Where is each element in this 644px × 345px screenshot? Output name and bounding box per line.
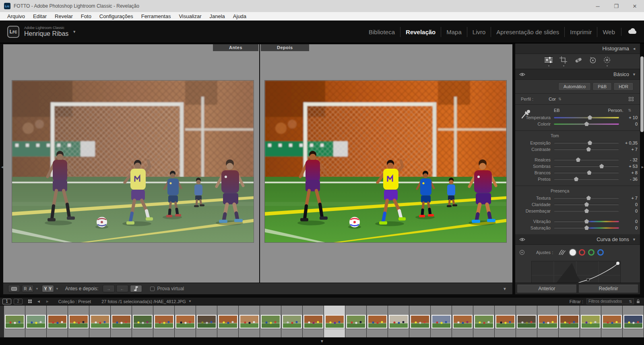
tone-curve-panel-header[interactable]: Curva de tons ▼ <box>515 234 640 245</box>
targeted-adjustment-icon[interactable] <box>519 250 525 255</box>
menu-revelar[interactable]: Revelar <box>51 13 77 19</box>
basic-adjust-tool[interactable] <box>544 56 553 66</box>
filmstrip-thumb-23[interactable] <box>473 306 494 337</box>
loupe-view-button[interactable] <box>8 285 20 292</box>
masking-tool[interactable] <box>603 56 611 66</box>
menu-ferramentas[interactable]: Ferramentas <box>137 13 175 19</box>
menu-editar[interactable]: Editar <box>29 13 51 19</box>
slider-track[interactable] <box>554 159 619 161</box>
filmstrip-thumb-13[interactable] <box>260 306 281 337</box>
profile-updown-icon[interactable]: ⇅ <box>558 97 561 101</box>
white-balance-dropper-icon[interactable] <box>521 109 531 121</box>
tone-curve-graph[interactable] <box>531 261 621 283</box>
menu-foto[interactable]: Foto <box>77 13 95 19</box>
filmstrip-thumb-25[interactable] <box>516 306 537 337</box>
second-window-button[interactable]: 2 <box>14 299 23 304</box>
green-channel-button[interactable] <box>588 249 594 256</box>
slider-value[interactable]: + 53 <box>619 164 640 169</box>
filmstrip-thumb-12[interactable] <box>239 306 260 337</box>
after-photo[interactable] <box>265 81 506 242</box>
filter-dropdown[interactable]: Filtros desativados ⇅ <box>586 298 634 304</box>
slider-track[interactable] <box>554 197 619 199</box>
module-apresentacao-de-slides[interactable]: Apresentação de slides <box>491 27 564 37</box>
slider-knob[interactable] <box>574 177 578 181</box>
virtual-copy-checkbox[interactable] <box>150 287 155 291</box>
filmstrip-thumb-4[interactable] <box>68 306 89 337</box>
slider-value[interactable]: + 7 <box>619 196 640 200</box>
slider-knob[interactable] <box>584 202 589 207</box>
filmstrip-thumb-20[interactable] <box>409 306 430 337</box>
before-photo[interactable] <box>12 81 254 242</box>
before-after-view-button[interactable]: YY <box>42 285 54 292</box>
filmstrip-thumb-28[interactable] <box>580 306 601 337</box>
hdr-button[interactable]: HDR <box>613 83 634 91</box>
slider-value[interactable]: 0 <box>619 219 640 224</box>
menu-janela[interactable]: Janela <box>206 13 229 19</box>
filmstrip-thumb-17[interactable] <box>345 306 366 337</box>
profile-browser-icon[interactable] <box>629 97 634 101</box>
module-biblioteca[interactable]: Biblioteca <box>363 27 400 37</box>
reset-button[interactable]: Redefinir <box>578 284 638 293</box>
close-button[interactable]: ✕ <box>625 0 644 12</box>
menu-configuracoes[interactable]: Configurações <box>95 13 137 19</box>
slider-track[interactable] <box>554 178 619 180</box>
red-channel-button[interactable] <box>579 249 585 256</box>
compare-view-caret-icon[interactable]: ▼ <box>35 287 39 291</box>
before-pane[interactable]: Antes <box>3 44 259 283</box>
slider-knob[interactable] <box>576 157 580 162</box>
filmstrip-thumb-27[interactable] <box>559 306 580 337</box>
panel-eye-icon[interactable] <box>519 72 525 76</box>
filmstrip-thumb-30[interactable] <box>623 306 644 337</box>
grid-view-icon[interactable] <box>28 300 32 303</box>
back-arrow-icon[interactable]: ◄ <box>37 299 41 304</box>
slider-track[interactable] <box>554 221 619 222</box>
wb-updown-icon[interactable]: ⇅ <box>628 108 631 112</box>
filmstrip-collapse-icon[interactable]: ▼ <box>320 339 324 343</box>
healing-tool[interactable] <box>574 56 582 66</box>
restore-button[interactable]: ❐ <box>607 0 625 12</box>
filmstrip-status-caret-icon[interactable]: ▼ <box>188 300 192 303</box>
crop-tool[interactable] <box>559 56 568 66</box>
main-window-button[interactable]: 1 <box>2 299 11 304</box>
slider-value[interactable]: 0 <box>619 209 640 213</box>
filmstrip-thumb-16[interactable] <box>324 306 345 337</box>
basic-panel-header[interactable]: Básico ▼ <box>515 69 640 80</box>
slider-value[interactable]: - 32 <box>619 157 640 162</box>
wb-preset-value[interactable]: Person. <box>608 108 623 113</box>
red-eye-tool[interactable] <box>588 56 597 66</box>
slider-knob[interactable] <box>587 170 591 175</box>
toolbar-options-caret-icon[interactable]: ▼ <box>503 287 507 291</box>
slider-track[interactable] <box>554 172 619 174</box>
slider-value[interactable]: + 7 <box>619 147 640 152</box>
previous-button[interactable]: Anterior <box>517 284 577 293</box>
automatico-button[interactable]: Automático <box>558 83 591 91</box>
menu-visualizar[interactable]: Visualizar <box>175 13 205 19</box>
filmstrip-thumb-1[interactable] <box>4 306 25 337</box>
forward-arrow-icon[interactable]: ► <box>45 299 50 304</box>
slider-value[interactable]: 0 <box>619 225 640 230</box>
filter-lock-icon[interactable] <box>636 299 640 304</box>
slider-track[interactable] <box>554 204 619 205</box>
filmstrip-thumb-2[interactable] <box>25 306 46 337</box>
identity-plate[interactable]: Lrc Adobe Lightroom Classic Henrique Rib… <box>7 26 76 38</box>
copy-after-to-before-button[interactable]: ← <box>116 285 128 292</box>
filmstrip-thumb-5[interactable] <box>89 306 110 337</box>
before-after-caret-icon[interactable]: ▼ <box>56 287 59 291</box>
after-pane[interactable]: Depois <box>260 44 512 283</box>
slider-knob[interactable] <box>584 122 589 126</box>
compare-view-button[interactable]: RA <box>22 285 34 292</box>
filmstrip-thumb-10[interactable] <box>196 306 217 337</box>
filmstrip-thumb-9[interactable] <box>175 306 196 337</box>
slider-value[interactable]: + 0,35 <box>619 140 640 145</box>
slider-track[interactable] <box>554 149 619 150</box>
filmstrip-thumb-22[interactable] <box>452 306 473 337</box>
slider-knob[interactable] <box>584 219 589 223</box>
filmstrip-thumb-6[interactable] <box>111 306 132 337</box>
filmstrip-thumb-3[interactable] <box>47 306 68 337</box>
slider-value[interactable]: - 36 <box>619 177 640 182</box>
module-web[interactable]: Web <box>597 27 620 37</box>
panel-eye-icon[interactable] <box>519 238 525 242</box>
histogram-panel-header[interactable]: Histograma ◄ <box>515 43 640 54</box>
slider-knob[interactable] <box>586 196 591 200</box>
filmstrip-thumb-8[interactable] <box>153 306 174 337</box>
